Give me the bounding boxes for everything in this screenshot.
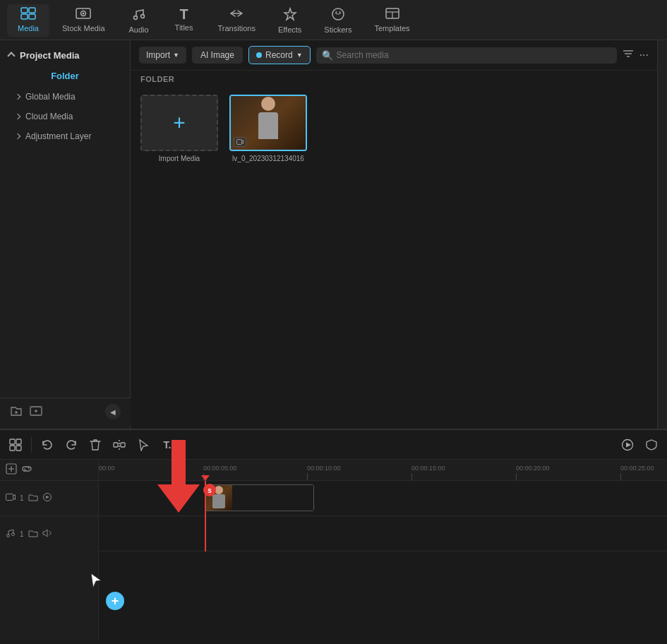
record-dot-icon xyxy=(256,52,262,58)
svg-rect-28 xyxy=(16,446,21,451)
audio-track-row xyxy=(99,516,667,551)
timeline-add-row xyxy=(0,460,98,481)
top-nav: Media Stock Media Audio T Titles xyxy=(0,0,667,40)
shield-button[interactable] xyxy=(642,435,661,455)
main-content: Project Media Folder Global Media Cloud … xyxy=(0,40,667,429)
arrow-right-icon xyxy=(15,114,20,119)
nav-label-stock-media: Stock Media xyxy=(62,24,105,32)
video-media-item[interactable]: lv_0_20230312134016 xyxy=(229,95,307,162)
import-media-thumb[interactable]: + xyxy=(140,95,218,151)
filter-icon[interactable] xyxy=(623,48,634,62)
arrow-right-icon xyxy=(15,94,20,100)
audio-volume-icon[interactable] xyxy=(42,528,52,540)
video-media-thumb[interactable] xyxy=(229,95,307,151)
timeline-ruler: 00:00 00:00:05:00 00:00:10:00 00:00:15:0… xyxy=(99,460,667,481)
media-panel: Import ▼ AI Image Record ▼ 🔍 xyxy=(131,40,657,429)
nav-item-titles[interactable]: T Titles xyxy=(163,4,205,37)
toolbar-divider xyxy=(31,437,32,453)
sidebar-folder-label[interactable]: Folder xyxy=(0,65,130,87)
timeline-body: 1 xyxy=(0,460,667,640)
sidebar-item-global-media[interactable]: Global Media xyxy=(0,87,130,107)
play-preview-button[interactable] xyxy=(618,435,637,455)
titles-icon: T xyxy=(179,7,188,21)
ai-image-button[interactable]: AI Image xyxy=(192,47,243,64)
import-media-name: Import Media xyxy=(159,155,200,162)
nav-item-stock-media[interactable]: Stock Media xyxy=(52,4,115,37)
sidebar-title: Project Media xyxy=(20,50,80,61)
select-button[interactable] xyxy=(133,435,153,455)
nav-label-templates: Templates xyxy=(374,24,409,32)
svg-point-8 xyxy=(140,15,144,18)
timeline-left-controls: 1 xyxy=(0,460,99,640)
sidebar-item-cloud-media[interactable]: Cloud Media xyxy=(0,107,130,126)
search-box[interactable]: 🔍 xyxy=(316,47,617,64)
nav-label-effects: Effects xyxy=(278,25,301,34)
add-folder-icon[interactable] xyxy=(10,405,23,419)
stickers-icon xyxy=(331,7,345,23)
import-button[interactable]: Import ▼ xyxy=(139,47,186,64)
search-input[interactable] xyxy=(337,50,611,60)
sidebar-collapse-button[interactable]: ◀ xyxy=(105,404,121,419)
svg-marker-33 xyxy=(626,442,631,447)
ruler-mark-2: 00:00:10:00 xyxy=(307,465,341,472)
timeline-toolbar: T. xyxy=(0,430,667,460)
delete-button[interactable] xyxy=(85,435,105,455)
svg-rect-2 xyxy=(21,14,28,19)
nav-item-transitions[interactable]: Transitions xyxy=(208,4,265,37)
svg-point-11 xyxy=(335,11,337,13)
sidebar-item-adjustment-layer[interactable]: Adjustment Layer xyxy=(0,126,130,146)
nav-item-effects[interactable]: Effects xyxy=(268,4,311,37)
more-icon[interactable]: ··· xyxy=(639,49,649,61)
redo-button[interactable] xyxy=(61,435,81,455)
record-chevron-icon: ▼ xyxy=(296,52,303,59)
svg-rect-26 xyxy=(16,439,21,444)
nav-item-templates[interactable]: Templates xyxy=(364,4,419,37)
svg-rect-1 xyxy=(29,8,35,13)
record-button[interactable]: Record ▼ xyxy=(248,46,311,64)
video-track-icon xyxy=(6,492,16,504)
timeline-tracks: 00:00 00:00:05:00 00:00:10:00 00:00:15:0… xyxy=(99,460,667,640)
nav-item-media[interactable]: Media xyxy=(7,4,49,37)
import-media-item[interactable]: + Import Media xyxy=(140,95,218,162)
ruler-mark-3: 00:00:15:00 xyxy=(411,465,445,472)
audio-folder-icon[interactable] xyxy=(28,529,38,539)
audio-icon-track xyxy=(6,528,16,540)
add-to-timeline-button[interactable]: + xyxy=(106,592,124,610)
video-icon-overlay xyxy=(234,137,246,147)
media-icon xyxy=(20,7,36,22)
split-button[interactable] xyxy=(109,435,129,455)
nav-item-audio[interactable]: Audio xyxy=(118,4,160,37)
nav-label-titles: Titles xyxy=(175,23,193,32)
svg-point-6 xyxy=(83,13,85,15)
video-clip[interactable] xyxy=(205,484,314,511)
templates-icon xyxy=(385,7,400,22)
add-track-icon[interactable] xyxy=(6,463,17,477)
folder-icon[interactable] xyxy=(28,493,38,503)
nav-label-stickers: Stickers xyxy=(324,25,351,34)
search-icon: 🔍 xyxy=(322,50,333,61)
sidebar-bottom-bar: ◀ xyxy=(0,398,131,425)
nav-label-audio: Audio xyxy=(128,25,148,34)
add-media-icon[interactable] xyxy=(30,405,42,419)
nav-label-transitions: Transitions xyxy=(218,24,256,32)
audio-track-controls: 1 xyxy=(0,516,98,551)
nav-item-stickers[interactable]: Stickers xyxy=(314,4,361,37)
collapse-icon: ◀ xyxy=(110,408,116,416)
timeline: T. xyxy=(0,429,667,640)
ruler-mark-4: 00:00:20:00 xyxy=(516,465,550,472)
person-head xyxy=(261,97,275,111)
text-button[interactable]: T. xyxy=(157,435,177,455)
audio-icon xyxy=(132,7,146,23)
import-chevron-icon: ▼ xyxy=(173,52,179,59)
arrow-right-icon xyxy=(15,133,20,139)
audio-track-icon[interactable] xyxy=(42,492,52,504)
split-view-button[interactable] xyxy=(6,435,25,455)
transitions-icon xyxy=(229,7,244,22)
svg-rect-27 xyxy=(10,446,15,451)
undo-button[interactable] xyxy=(37,435,57,455)
link-icon[interactable] xyxy=(21,464,32,476)
ai-image-label: AI Image xyxy=(200,50,234,60)
text-icon: T. xyxy=(164,439,172,451)
playhead[interactable] xyxy=(205,481,206,551)
svg-rect-30 xyxy=(114,443,118,447)
